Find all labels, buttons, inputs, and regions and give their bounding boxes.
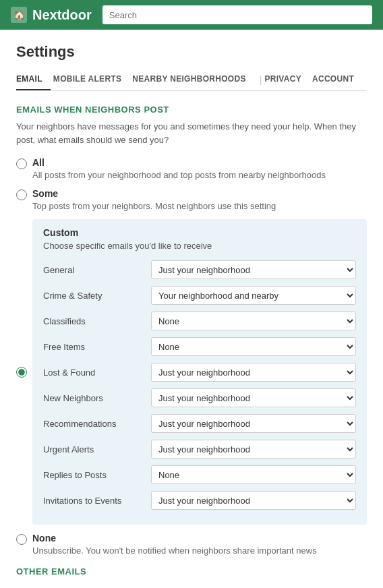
main-content: Settings EMAIL MOBILE ALERTS NEARBY NEIG… — [0, 30, 383, 588]
custom-subtitle: Choose specific emails you'd like to rec… — [43, 241, 356, 251]
tab-mobile-alerts[interactable]: MOBILE ALERTS — [53, 69, 129, 90]
other-row-daily-digest[interactable]: ▾ Daily Digest ON — [16, 582, 367, 588]
option-none-label: None Unsubscribe. You won't be notified … — [32, 533, 317, 556]
emails-section-description: Your neighbors have messages for you and… — [16, 120, 367, 146]
tab-nearby-neighborhoods[interactable]: NEARBY NEIGHBORHOODS — [132, 69, 254, 90]
other-emails-heading: OTHER EMAILS — [16, 566, 367, 577]
page-title: Settings — [16, 43, 367, 61]
setting-select-recommendations[interactable]: Just your neighborhood Your neighborhood… — [151, 414, 356, 433]
tab-divider: | — [260, 74, 262, 85]
setting-select-classifieds[interactable]: Just your neighborhood Your neighborhood… — [151, 312, 356, 330]
setting-select-urgent-alerts[interactable]: Just your neighborhood Your neighborhood… — [151, 440, 356, 459]
setting-row-general: General Just your neighborhood Your neig… — [43, 260, 356, 279]
custom-settings-rows: General Just your neighborhood Your neig… — [43, 260, 356, 510]
radio-all[interactable] — [16, 158, 27, 169]
setting-select-replies[interactable]: Just your neighborhood Your neighborhood… — [151, 465, 356, 484]
setting-label-free-items: Free Items — [43, 342, 151, 352]
setting-label-replies: Replies to Posts — [43, 470, 151, 480]
setting-label-crime-safety: Crime & Safety — [43, 291, 151, 301]
tab-email[interactable]: EMAIL — [16, 69, 51, 90]
logo-text: Nextdoor — [32, 7, 92, 23]
other-emails-section: OTHER EMAILS ▾ Daily Digest ON ▾ Activit… — [16, 566, 367, 588]
tab-privacy[interactable]: PRIVACY — [264, 69, 310, 90]
emails-when-neighbors-post-section: EMAILS WHEN NEIGHBORS POST Your neighbor… — [16, 105, 367, 556]
setting-select-free-items[interactable]: Just your neighborhood Your neighborhood… — [151, 337, 356, 356]
setting-row-free-items: Free Items Just your neighborhood Your n… — [43, 337, 356, 356]
setting-label-recommendations: Recommendations — [43, 419, 151, 429]
setting-label-urgent-alerts: Urgent Alerts — [43, 444, 151, 454]
logo-icon: 🏠 — [11, 7, 27, 23]
radio-some[interactable] — [16, 189, 27, 200]
setting-row-crime-safety: Crime & Safety Just your neighborhood Yo… — [43, 286, 356, 305]
setting-label-new-neighbors: New Neighbors — [43, 393, 151, 403]
setting-label-general: General — [43, 265, 151, 275]
setting-select-new-neighbors[interactable]: Just your neighborhood Your neighborhood… — [151, 388, 356, 407]
setting-select-lost-found[interactable]: Just your neighborhood Your neighborhood… — [151, 363, 356, 382]
search-input[interactable] — [102, 5, 372, 24]
setting-select-general[interactable]: Just your neighborhood Your neighborhood… — [151, 260, 356, 279]
setting-row-lost-found: Lost & Found Just your neighborhood Your… — [43, 363, 356, 382]
setting-row-replies: Replies to Posts Just your neighborhood … — [43, 465, 356, 484]
option-custom-container: Custom Choose specific emails you'd like… — [16, 219, 367, 525]
setting-row-invitations: Invitations to Events Just your neighbor… — [43, 491, 356, 510]
tab-account[interactable]: ACCOUNT — [312, 69, 362, 90]
setting-row-new-neighbors: New Neighbors Just your neighborhood You… — [43, 388, 356, 407]
setting-select-invitations[interactable]: Just your neighborhood Your neighborhood… — [151, 491, 356, 510]
radio-none[interactable] — [16, 534, 27, 545]
setting-label-invitations: Invitations to Events — [43, 496, 151, 506]
option-all: All All posts from your neighborhood and… — [16, 157, 367, 180]
option-some-label: Some Top posts from your neighbors. Most… — [32, 188, 276, 211]
option-none: None Unsubscribe. You won't be notified … — [16, 533, 367, 556]
setting-select-crime-safety[interactable]: Just your neighborhood Your neighborhood… — [151, 286, 356, 305]
logo: 🏠 Nextdoor — [11, 7, 92, 23]
setting-row-recommendations: Recommendations Just your neighborhood Y… — [43, 414, 356, 433]
app-header: 🏠 Nextdoor — [0, 0, 383, 30]
custom-header-row: Custom Choose specific emails you'd like… — [16, 219, 367, 525]
setting-row-classifieds: Classifieds Just your neighborhood Your … — [43, 312, 356, 330]
setting-label-lost-found: Lost & Found — [43, 368, 151, 378]
option-some: Some Top posts from your neighbors. Most… — [16, 188, 367, 211]
option-all-label: All All posts from your neighborhood and… — [32, 157, 326, 180]
custom-section-box: Custom Choose specific emails you'd like… — [32, 219, 367, 525]
settings-tabs: EMAIL MOBILE ALERTS NEARBY NEIGHBORHOODS… — [16, 69, 367, 91]
setting-label-classifieds: Classifieds — [43, 316, 151, 326]
radio-custom[interactable] — [16, 367, 27, 378]
custom-title: Custom — [43, 227, 356, 238]
emails-section-heading: EMAILS WHEN NEIGHBORS POST — [16, 105, 367, 115]
setting-row-urgent-alerts: Urgent Alerts Just your neighborhood You… — [43, 440, 356, 459]
